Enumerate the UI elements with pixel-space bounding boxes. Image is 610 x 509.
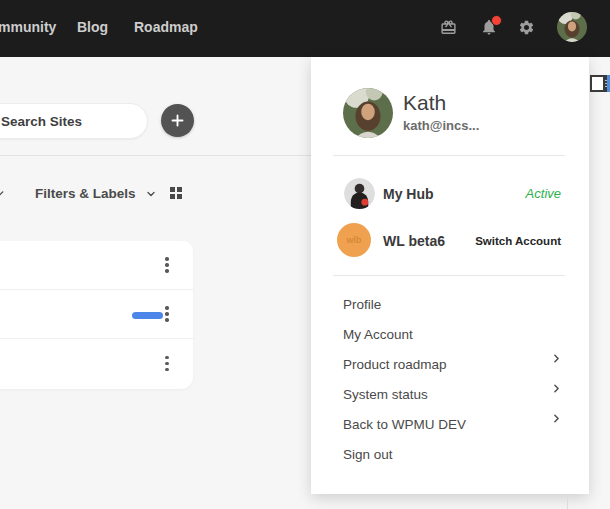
plus-icon [170, 113, 185, 128]
user-avatar [343, 88, 393, 138]
app-screen: mmunity Blog Roadmap [0, 0, 610, 509]
nav-blog-link[interactable]: Blog [77, 20, 108, 34]
add-site-button[interactable] [161, 104, 194, 137]
content-edge-line [567, 494, 568, 509]
filters-labels-button[interactable]: Filters & Labels [35, 186, 157, 201]
site-row[interactable] [0, 339, 193, 388]
dropdown-divider [333, 275, 565, 276]
top-navigation-bar: mmunity Blog Roadmap [0, 0, 610, 57]
grid-view-icon[interactable] [170, 187, 182, 199]
site-row[interactable] [0, 241, 193, 290]
menu-item-my-account[interactable]: My Account [311, 319, 589, 349]
menu-item-product-roadmap[interactable]: Product roadmap [311, 349, 589, 379]
switch-account-button[interactable]: Switch Account [475, 235, 561, 247]
wl-beta6-avatar: wlb [337, 223, 371, 257]
menu-item-sign-out[interactable]: Sign out [311, 439, 589, 469]
menu-item-system-status[interactable]: System status [311, 379, 589, 409]
chevron-right-icon [550, 412, 563, 425]
nav-roadmap-link[interactable]: Roadmap [134, 20, 198, 34]
menu-item-profile[interactable]: Profile [311, 289, 589, 319]
topbar-user-avatar[interactable] [557, 12, 587, 42]
gear-icon[interactable] [518, 19, 535, 36]
my-hub-avatar [344, 178, 375, 209]
site-row[interactable] [0, 290, 193, 339]
chevron-down-icon [145, 188, 157, 200]
kebab-menu-icon[interactable] [159, 354, 175, 374]
filters-labels-label: Filters & Labels [35, 186, 136, 201]
chevron-right-icon [550, 382, 563, 395]
kebab-menu-icon[interactable] [159, 304, 175, 324]
account-dropdown-panel: Kath kath@incs... My Hub Active wlb WL b… [311, 57, 589, 494]
nav-community-link[interactable]: mmunity [0, 20, 56, 34]
menu-item-back-to-wpmu-dev[interactable]: Back to WPMU DEV [311, 409, 589, 439]
search-sites-input[interactable] [0, 103, 148, 139]
sort-chevron-down-icon[interactable] [0, 187, 6, 200]
dropdown-divider [333, 155, 565, 156]
account-menu-list: Profile My Account Product roadmap Syste… [311, 289, 589, 469]
account-wl-beta6[interactable]: WL beta6 [383, 233, 445, 249]
active-status-badge: Active [526, 186, 561, 201]
notification-dot [491, 15, 502, 26]
toolbar-divider [0, 155, 311, 156]
chevron-right-icon [550, 352, 563, 365]
gift-icon[interactable] [440, 19, 457, 36]
user-name: Kath [403, 91, 446, 115]
sites-list-card [0, 241, 193, 389]
user-email: kath@incs... [403, 118, 479, 133]
account-my-hub[interactable]: My Hub [383, 186, 434, 202]
kebab-menu-icon[interactable] [159, 255, 175, 275]
